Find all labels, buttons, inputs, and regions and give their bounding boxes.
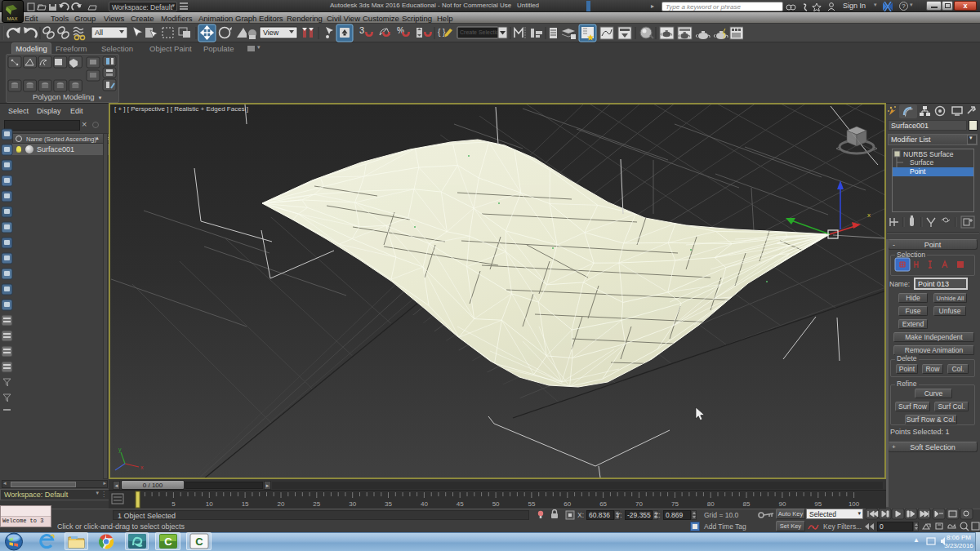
svg-text:55: 55	[528, 500, 535, 508]
svg-text:40: 40	[421, 500, 428, 508]
svg-text:15: 15	[242, 500, 249, 508]
svg-text:50: 50	[492, 500, 500, 508]
svg-text:[ + ] [ Perspective ] [ Realis: [ + ] [ Perspective ] [ Realistic + Edge…	[114, 105, 248, 113]
svg-text:100: 100	[849, 500, 860, 508]
svg-text:Surface: Surface	[910, 158, 934, 167]
svg-text:y: y	[118, 447, 122, 453]
svg-text:60: 60	[564, 500, 571, 508]
svg-text:View: View	[263, 29, 279, 37]
svg-text:65: 65	[599, 500, 607, 508]
svg-text:10: 10	[206, 500, 213, 508]
svg-text:80: 80	[707, 500, 715, 508]
svg-text:20: 20	[278, 500, 285, 508]
svg-text:All: All	[95, 29, 103, 37]
svg-text:95: 95	[814, 500, 822, 508]
svg-text:75: 75	[671, 500, 679, 508]
svg-text:85: 85	[743, 500, 751, 508]
svg-text:90: 90	[778, 500, 786, 508]
svg-text:x: x	[140, 464, 144, 470]
svg-text:3: 3	[359, 25, 364, 35]
svg-text:70: 70	[635, 500, 643, 508]
svg-text:45: 45	[457, 500, 464, 508]
svg-text:35: 35	[385, 500, 392, 508]
svg-text:30: 30	[349, 500, 356, 508]
svg-text:5: 5	[172, 500, 176, 508]
svg-text:25: 25	[313, 500, 320, 508]
svg-text:C: C	[195, 535, 203, 548]
svg-text:C: C	[164, 535, 172, 548]
svg-text:MAX: MAX	[7, 16, 17, 21]
svg-text:NURBS Surface: NURBS Surface	[903, 150, 954, 158]
svg-text:Point: Point	[910, 167, 926, 176]
svg-text:{ }: { }	[438, 28, 446, 37]
svg-text:x: x	[867, 211, 871, 219]
